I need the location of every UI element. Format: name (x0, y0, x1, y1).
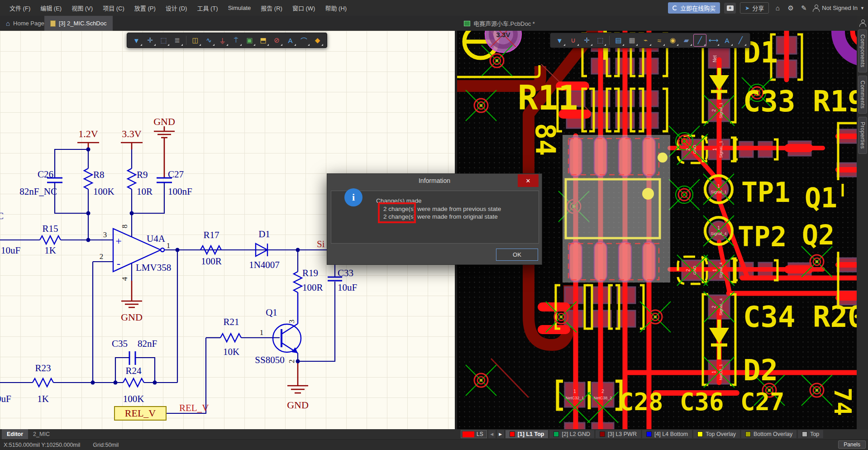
capacitor-c35 (129, 351, 135, 365)
panel-tab-components[interactable]: Components (858, 29, 867, 72)
polygon-icon[interactable]: ▰ (680, 34, 692, 46)
dragged-footprint[interactable] (563, 135, 670, 282)
move-icon[interactable]: ✛ (581, 34, 593, 46)
buy-icon (672, 5, 677, 10)
buy-online-button[interactable]: 立即在线购买 (668, 2, 720, 14)
layer-tab-l4-bottom[interactable]: [4] L4 Bottom (642, 430, 692, 438)
tab-home-page[interactable]: ⌂ Home Page (0, 16, 50, 31)
menu-view[interactable]: 视图 (V) (67, 0, 98, 16)
profile-icon[interactable] (859, 19, 866, 26)
menu-edit[interactable]: 编辑 (E) (35, 0, 67, 16)
c33-val: 10uF (338, 282, 357, 293)
layer-set-button[interactable]: LS (461, 430, 487, 438)
select-rect-icon[interactable]: ⬚ (594, 34, 606, 46)
menu-simulate[interactable]: Simulate (223, 0, 256, 16)
no-erc-icon[interactable]: ⊘ (271, 34, 283, 46)
ok-button[interactable]: OK (496, 249, 538, 261)
diff-pair-icon[interactable]: ≈ (653, 34, 665, 46)
silk-rot74: 74 (829, 388, 856, 416)
home-icon[interactable]: ⌂ (773, 4, 782, 12)
schematic-toolbar: ▼ ✛ ⬚ ≣ ◫ ∿ ⏚ ⍑ ▣ ⬒ ⊘ A ⌒ ◆ (127, 33, 327, 48)
via-icon[interactable]: ◉ (667, 34, 679, 46)
svg-text:Signal_4: Signal_4 (711, 231, 726, 236)
layer-tab-top-cut[interactable]: Top (798, 430, 823, 438)
snap-magnet-icon[interactable]: ∪ (567, 34, 579, 46)
place-wire-icon[interactable]: ∿ (203, 34, 215, 46)
sheet-symbol-icon[interactable]: ⬒ (257, 34, 269, 46)
tab-sheet-2mic[interactable]: 2_MIC (28, 429, 55, 439)
share-arrow-icon: ➤ (745, 5, 749, 11)
component-icon[interactable]: ▦ (626, 34, 638, 46)
line-icon[interactable]: ╱ (734, 34, 747, 46)
menu-tools[interactable]: 工具 (T) (192, 0, 223, 16)
menu-project[interactable]: 项目 (C) (98, 0, 129, 16)
r17-val: 100R (201, 256, 222, 267)
r23-val: 1K (37, 393, 49, 404)
menu-window[interactable]: 窗口 (W) (287, 0, 320, 16)
annotation-highlight-box (378, 202, 416, 223)
layer-scroll-left[interactable]: ◀ (488, 430, 496, 438)
sign-in-menu[interactable]: Not Signed In ▼ (812, 5, 864, 11)
text-string-icon[interactable]: A (284, 34, 296, 46)
comment-button[interactable]: + (724, 3, 736, 14)
filter-icon[interactable]: ▼ (553, 34, 566, 46)
dialog-close-button[interactable]: ✕ (518, 174, 539, 187)
c27-val: 100nF (168, 186, 192, 197)
silk-q2: Q2 (802, 219, 835, 251)
panel-tab-comments[interactable]: Comments (858, 76, 867, 114)
si-net-label: Si (317, 239, 325, 249)
altium-designer-window: 文件 (F) 编辑 (E) 视图 (V) 项目 (C) 放置 (P) 设计 (D… (0, 0, 868, 450)
layer-tab-bottom-overlay[interactable]: Bottom Overlay (741, 430, 796, 438)
gnd-port-icon[interactable]: ⏚ (216, 34, 229, 46)
gnd-q1-label: GND (287, 399, 309, 411)
svg-text:1: 1 (717, 184, 720, 189)
tab-schdoc[interactable]: [3] 2_MIC.SchDoc (44, 16, 113, 31)
d1-ref: D1 (258, 229, 270, 239)
filter-icon[interactable]: ▼ (130, 34, 143, 46)
port-rel-v[interactable]: REL_V (114, 407, 166, 420)
share-button[interactable]: ➤分享 (740, 2, 769, 14)
layer-tab-l2-gnd[interactable]: [2] L2 GND (549, 430, 594, 438)
silk-tp2: TP2 (738, 221, 787, 253)
layer-scroll-right[interactable]: ▶ (497, 430, 504, 438)
svg-text:1: 1 (712, 148, 717, 151)
tab-editor[interactable]: Editor (2, 429, 28, 439)
pen-icon[interactable]: ✎ (799, 4, 808, 12)
layer-tab-top-overlay[interactable]: Top Overlay (693, 430, 740, 438)
svg-text:Signal_1: Signal_1 (719, 102, 723, 118)
sheet-entry-icon[interactable]: ▣ (243, 34, 256, 46)
place-part-icon[interactable]: ◫ (189, 34, 201, 46)
power-port-icon[interactable]: ⍑ (230, 34, 242, 46)
align-icon[interactable]: ≣ (171, 34, 183, 46)
panel-tab-properties[interactable]: Properties (858, 117, 867, 154)
opamp-minus: - (117, 258, 120, 269)
menu-file[interactable]: 文件 (F) (5, 0, 35, 16)
dimension-icon[interactable]: ⟷ (707, 34, 720, 46)
junction-icon[interactable]: ◆ (311, 34, 324, 46)
menu-reports[interactable]: 报告 (R) (256, 0, 287, 16)
text-string-icon[interactable]: A (721, 34, 733, 46)
gear-icon[interactable]: ⚙ (786, 4, 795, 12)
user-icon (812, 5, 819, 11)
panels-button[interactable]: Panels (838, 440, 866, 449)
v12-label: 1.2V (78, 128, 98, 139)
select-rect-icon[interactable]: ⬚ (157, 34, 170, 46)
transistor-q1 (273, 292, 301, 353)
svg-text:SignaL_1: SignaL_1 (719, 141, 723, 158)
schematic-components[interactable] (33, 168, 342, 387)
line-selected-icon[interactable]: ╱ (694, 34, 706, 46)
menu-place[interactable]: 放置 (P) (129, 0, 161, 16)
layer-tab-l3-pwr[interactable]: [3] L3 PWR (596, 430, 641, 438)
move-icon[interactable]: ✛ (144, 34, 156, 46)
arc-icon[interactable]: ⌒ (298, 34, 310, 46)
pin8: 8 (120, 225, 129, 229)
q1-ref: Q1 (266, 307, 277, 318)
layer-tab-l1-top[interactable]: [1] L1 Top (506, 430, 548, 438)
silk-tp1: TP1 (741, 177, 790, 208)
menu-help[interactable]: 帮助 (H) (320, 0, 352, 16)
q1-val: SS8050 (255, 354, 284, 365)
tab-pcbdoc[interactable]: 电赛声源小车.PcbDoc * (458, 16, 541, 31)
menu-design[interactable]: 设计 (D) (161, 0, 192, 16)
route-icon[interactable]: ⌁ (639, 34, 652, 46)
layer-stack-icon[interactable]: ▤ (612, 34, 625, 46)
